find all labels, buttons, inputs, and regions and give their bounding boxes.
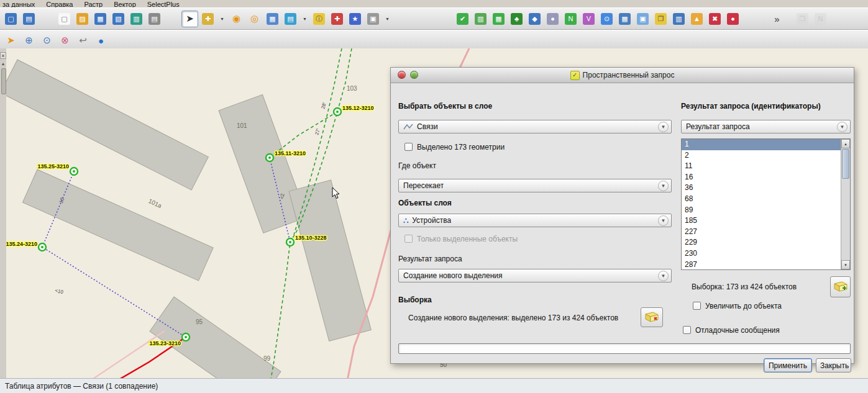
selection-count-text: Выборка: 173 из 424 объектов	[692, 282, 797, 291]
predicate-combo[interactable]: Пересекает ▼	[398, 179, 672, 192]
menu-item[interactable]: Вектор	[114, 1, 136, 7]
scroll-up-icon[interactable]: ▲	[841, 139, 850, 148]
debug-messages-checkbox[interactable]: Отладочные сообщения	[683, 325, 780, 335]
print-composer-icon[interactable]: ▥	[128, 11, 145, 27]
spatial-query-icon: ✓	[570, 71, 580, 80]
select-tool-dropdown-arrow[interactable]: ▼	[217, 11, 227, 27]
zoom-to-layer-icon[interactable]: ◎	[246, 11, 263, 27]
menu-item[interactable]: Справка	[46, 1, 73, 7]
plugin-doc-table-icon[interactable]: ▥	[670, 11, 687, 27]
plugin-search-table-icon[interactable]: ▦	[616, 11, 633, 27]
id-list-item[interactable]: 89	[682, 205, 841, 216]
dialog-title-text: Пространственный запрос	[583, 71, 675, 79]
plugin-search-table-icon: ▦	[619, 13, 631, 25]
open-file-icon[interactable]: ▨	[74, 11, 91, 27]
result-selection-map-button[interactable]	[830, 276, 851, 297]
objects-combo[interactable]: ∴ Устройства ▼	[398, 214, 672, 227]
panel-scroll-up-icon[interactable]: ▲	[0, 61, 6, 67]
id-list-item[interactable]: 68	[682, 194, 841, 205]
save-file-as-icon[interactable]: ▧	[110, 11, 127, 27]
zoom-last-icon[interactable]: ↩	[75, 32, 91, 49]
new-bookmark-icon[interactable]: ✚	[329, 11, 345, 27]
plugin-sphere-icon[interactable]: ●	[544, 11, 561, 27]
close-button[interactable]: Закрыть	[816, 358, 851, 373]
annotation-dropdown-arrow[interactable]: ▼	[383, 11, 392, 27]
show-bookmarks-icon[interactable]: ★	[347, 11, 363, 27]
print-composer-icon: ▥	[130, 13, 142, 25]
measure-dropdown-arrow[interactable]: ▼	[300, 11, 309, 27]
touch-zoom-icon: ➤	[5, 35, 17, 47]
id-list-item[interactable]: 16	[682, 172, 841, 183]
zoom-in-icon[interactable]: ⊕	[21, 32, 37, 49]
select-features-icon[interactable]: ➤	[181, 11, 198, 27]
touch-zoom-icon[interactable]: ➤	[2, 32, 19, 49]
attribute-table-icon[interactable]: ▦	[264, 11, 281, 27]
new-file-icon[interactable]: ▢	[56, 11, 73, 27]
id-list-item[interactable]: 185	[682, 215, 841, 227]
id-list-item[interactable]: 36	[682, 183, 841, 194]
selection-map-button[interactable]	[641, 307, 663, 327]
building-number-label: 95	[196, 318, 203, 325]
plugin-red-icon[interactable]: ✖	[706, 11, 723, 27]
open-project-icon[interactable]: ▤	[21, 11, 37, 27]
points-layer-icon: ∴	[403, 216, 408, 225]
plugin-chart-icon[interactable]: ▥	[472, 11, 489, 27]
plugin-manage-icon[interactable]: ✔	[454, 11, 471, 27]
id-list-item[interactable]: 230	[682, 248, 841, 260]
checkbox-box[interactable]	[693, 302, 701, 310]
plugin-folder-up-icon[interactable]: ▲	[688, 11, 705, 27]
id-list-item[interactable]: 11	[682, 161, 841, 172]
zoom-to-selection-icon[interactable]: ◉	[228, 11, 245, 27]
plugin-brush-icon[interactable]: ●	[724, 11, 741, 27]
measure-icon: ▤	[285, 13, 296, 25]
map-tips-icon[interactable]: ⓘ	[311, 11, 327, 27]
menu-item[interactable]: SelectPlus	[147, 1, 180, 7]
result-ids-combo[interactable]: Результат запроса ▼	[681, 120, 851, 133]
plugin-table-icon[interactable]: ▦	[490, 11, 507, 27]
zoom-to-selection-icon: ◉	[231, 13, 242, 25]
plugin-image-icon[interactable]: ▣	[634, 11, 651, 27]
apply-button[interactable]: Применить	[764, 358, 812, 373]
plugin-gem-icon[interactable]: ◆	[526, 11, 543, 27]
dialog-titlebar[interactable]: ✓ Пространственный запрос	[391, 68, 854, 83]
result-ids-label: Результат запроса (идентификаторы)	[681, 102, 821, 111]
list-scrollbar[interactable]: ▲ ▼	[841, 139, 850, 269]
plugin-styler-icon[interactable]: V	[580, 11, 597, 27]
annotation-icon[interactable]: ▣	[365, 11, 381, 27]
scroll-down-icon[interactable]: ▼	[841, 260, 850, 269]
zoom-actual-icon[interactable]: ⊙	[39, 32, 55, 49]
status-text: Таблица атрибутов — Связи (1 совпадение)	[5, 382, 158, 391]
id-list-item[interactable]: 2	[682, 150, 841, 161]
id-list-item[interactable]: 227	[682, 227, 841, 238]
plugin-red-icon: ✖	[709, 13, 721, 25]
save-file-icon[interactable]: ▦	[92, 11, 109, 27]
menu-item[interactable]: за данных	[2, 1, 35, 7]
plugin-copy-icon[interactable]: ❐	[652, 11, 669, 27]
id-list-item[interactable]: 229	[682, 237, 841, 248]
measure-icon[interactable]: ▤	[282, 11, 299, 27]
id-list-item[interactable]: 1	[682, 139, 841, 150]
menu-item[interactable]: Растр	[84, 1, 103, 7]
id-list-item[interactable]: 287	[682, 260, 841, 270]
ids-list[interactable]: 121116366889185227229230287 ▲ ▼	[681, 138, 851, 270]
panel-close-icon[interactable]: ×	[0, 52, 6, 59]
plugin-chat-icon[interactable]: ⊙	[598, 11, 615, 27]
scrollbar-thumb[interactable]	[842, 149, 849, 179]
toolbar-gap	[164, 19, 180, 19]
new-project-icon: ▢	[5, 13, 17, 25]
print-icon[interactable]: ▤	[146, 11, 163, 27]
zoom-to-object-checkbox[interactable]: Увеличить до объекта	[693, 301, 782, 310]
checkbox-box[interactable]	[404, 143, 413, 151]
move-feature-icon[interactable]: ✚	[199, 11, 216, 27]
zoom-selection-icon[interactable]: ⊗	[57, 32, 73, 49]
checkbox-box[interactable]	[683, 326, 691, 334]
new-project-icon[interactable]: ▢	[2, 11, 19, 27]
toolbar-overflow-chevron[interactable]: »	[769, 11, 785, 27]
web-globe-icon[interactable]: ●	[93, 32, 109, 49]
panel-scrollbar-thumb[interactable]	[1, 68, 6, 94]
layer-combo[interactable]: Связи ▼	[398, 120, 672, 133]
result-mode-combo[interactable]: Создание нового выделения ▼	[398, 269, 672, 282]
plugin-nature-icon[interactable]: N	[562, 11, 579, 27]
plugin-vegetation-icon[interactable]: ♣	[508, 11, 525, 27]
selected-geometries-checkbox[interactable]: Выделено 173 геометрии	[404, 142, 505, 151]
